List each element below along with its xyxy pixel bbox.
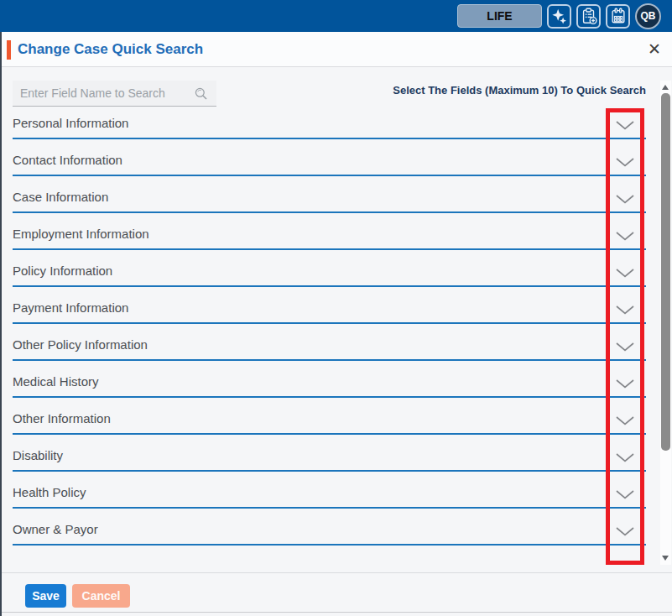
life-button[interactable]: LIFE bbox=[457, 4, 542, 28]
calendar-icon bbox=[609, 7, 628, 25]
close-icon[interactable]: ✕ bbox=[644, 39, 664, 60]
section-row[interactable]: Employment Information bbox=[13, 222, 646, 250]
chevron-down-icon[interactable] bbox=[616, 488, 634, 503]
section-row[interactable]: Contact Information bbox=[13, 148, 646, 176]
dialog-title: Change Case Quick Search bbox=[18, 32, 203, 67]
section-list: Personal Information Contact Information… bbox=[13, 111, 646, 554]
clipboard-add-icon bbox=[580, 7, 598, 25]
field-search-wrapper bbox=[13, 81, 216, 107]
change-case-quick-search-page: LIFE bbox=[0, 0, 672, 616]
section-row[interactable]: Medical History bbox=[13, 369, 646, 398]
chevron-down-icon[interactable] bbox=[616, 451, 634, 466]
top-navigation-bar: LIFE bbox=[0, 0, 672, 32]
section-label: Health Policy bbox=[13, 485, 86, 499]
section-row[interactable]: Personal Information bbox=[13, 111, 646, 139]
section-row[interactable]: Other Information bbox=[13, 406, 646, 435]
chevron-down-icon[interactable] bbox=[616, 525, 634, 540]
sparkles-icon bbox=[550, 7, 569, 25]
save-button[interactable]: Save bbox=[25, 584, 66, 608]
scrollbar-thumb[interactable] bbox=[661, 93, 670, 451]
max-fields-instruction: Select The Fields (Maximum 10) To Quick … bbox=[393, 84, 646, 97]
section-row[interactable]: Disability bbox=[13, 443, 646, 472]
clipboard-add-button[interactable] bbox=[576, 4, 601, 29]
dialog-header: Change Case Quick Search ✕ bbox=[0, 32, 672, 67]
scroll-up-arrow-icon[interactable] bbox=[662, 85, 669, 90]
chevron-down-icon[interactable] bbox=[616, 155, 634, 170]
section-label: Disability bbox=[13, 448, 63, 462]
chevron-down-icon[interactable] bbox=[616, 377, 634, 392]
section-row[interactable]: Health Policy bbox=[13, 480, 646, 509]
section-label: Other Information bbox=[13, 411, 111, 425]
footer-divider bbox=[0, 572, 672, 573]
section-label: Owner & Payor bbox=[13, 522, 98, 536]
chevron-down-icon[interactable] bbox=[616, 303, 634, 318]
scroll-down-arrow-icon[interactable] bbox=[662, 556, 669, 561]
section-row[interactable]: Owner & Payor bbox=[13, 517, 646, 546]
section-label: Policy Information bbox=[13, 264, 112, 278]
section-label: Medical History bbox=[13, 374, 99, 389]
section-row[interactable]: Policy Information bbox=[13, 258, 646, 287]
chevron-down-icon[interactable] bbox=[616, 118, 634, 133]
section-label: Payment Information bbox=[13, 300, 128, 315]
section-row[interactable]: Payment Information bbox=[13, 295, 646, 324]
magnifier-icon[interactable] bbox=[193, 86, 209, 105]
section-label: Personal Information bbox=[13, 116, 128, 130]
section-label: Case Information bbox=[13, 190, 108, 204]
section-row[interactable]: Other Policy Information bbox=[13, 332, 646, 361]
vertical-scrollbar[interactable] bbox=[660, 81, 671, 565]
dialog-left-edge bbox=[0, 32, 2, 616]
chevron-down-icon[interactable] bbox=[616, 192, 634, 207]
chevron-down-icon[interactable] bbox=[616, 414, 634, 429]
section-label: Contact Information bbox=[13, 153, 122, 167]
user-avatar[interactable]: QB bbox=[635, 3, 661, 29]
section-row[interactable]: Case Information bbox=[13, 185, 646, 213]
section-label: Employment Information bbox=[13, 227, 149, 241]
sparkles-button[interactable] bbox=[547, 4, 571, 29]
dialog-bottom-edge bbox=[0, 612, 672, 613]
title-accent-bar bbox=[7, 40, 11, 60]
field-search-input[interactable] bbox=[13, 81, 216, 106]
cancel-button[interactable]: Cancel bbox=[72, 584, 130, 608]
chevron-down-icon[interactable] bbox=[616, 266, 634, 281]
chevron-down-icon[interactable] bbox=[616, 340, 634, 355]
calendar-button[interactable] bbox=[606, 4, 630, 29]
chevron-down-icon[interactable] bbox=[616, 229, 634, 244]
section-label: Other Policy Information bbox=[13, 337, 148, 352]
